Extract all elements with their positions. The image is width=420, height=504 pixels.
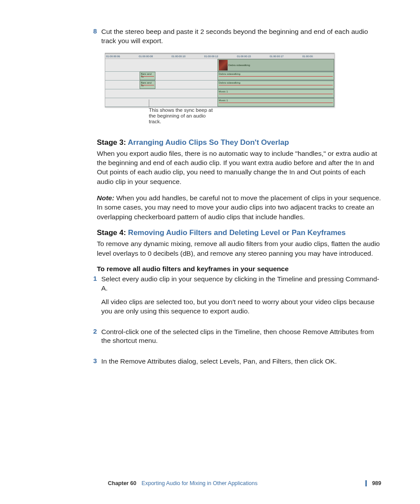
step-number: 8	[85, 27, 101, 46]
audio-track-3: Music 1	[105, 89, 334, 98]
stage-3-body: When you export audio files, there is no…	[97, 149, 381, 187]
step-text: In the Remove Attributes dialog, select …	[101, 357, 337, 366]
procedure-step-2: 2 Control-click one of the selected clip…	[97, 327, 381, 350]
procedure-subhead: To remove all audio filters and keyframe…	[97, 265, 381, 273]
stage-3-note: Note: When you add handles, be careful n…	[97, 193, 381, 221]
timeline-ruler: 01:00:00:06 01:00:00:08 01:00:00:10 01:0…	[105, 53, 334, 59]
music-clip: Music 1	[217, 89, 334, 98]
audio-clip: Debra sidewalking	[217, 72, 334, 80]
stage-4-body: To remove any dynamic mixing, remove all…	[97, 239, 381, 258]
procedure-step-3: 3 In the Remove Attributes dialog, selec…	[97, 357, 381, 371]
callout-text: This shows the sync beep at the beginnin…	[149, 107, 215, 125]
sync-beep-clip: Bars and To	[140, 72, 155, 80]
audio-track-1: Bars and To Debra sidewalking	[105, 72, 334, 81]
music-clip: Music 1	[217, 98, 334, 107]
page-footer: Chapter 60 Exporting Audio for Mixing in…	[0, 480, 420, 486]
audio-track-2: Bars and To Debra sidewalking	[105, 81, 334, 89]
video-thumbnail	[219, 60, 228, 70]
audio-track-4: Music 1	[105, 98, 334, 107]
step-number: 2	[85, 327, 101, 350]
footer-chapter: Chapter 60	[108, 480, 136, 486]
step-8: 8 Cut the stereo beep and paste it 2 sec…	[97, 27, 381, 46]
audio-clip: Debra sidewalking	[217, 81, 334, 89]
procedure-step-1: 1 Select every audio clip in your sequen…	[97, 275, 381, 320]
step-number: 3	[85, 357, 101, 371]
sync-beep-clip: Bars and To	[140, 81, 155, 89]
timeline-figure: 01:00:00:06 01:00:00:08 01:00:00:10 01:0…	[105, 53, 334, 125]
footer-divider	[365, 480, 367, 486]
footer-title: Exporting Audio for Mixing in Other Appl…	[142, 480, 361, 486]
step-text: Select every audio clip in your sequence…	[101, 275, 381, 293]
video-track: Debra sidewalking	[105, 59, 334, 72]
callout-line	[149, 99, 149, 107]
footer-page-number: 989	[372, 480, 381, 486]
stage-3-heading: Stage 3: Arranging Audio Clips So They D…	[97, 138, 381, 147]
step-text: Cut the stereo beep and paste it 2 secon…	[101, 27, 381, 46]
stage-4-heading: Stage 4: Removing Audio Filters and Dele…	[97, 228, 381, 237]
step-text: All video clips are selected too, but yo…	[101, 298, 381, 316]
video-clip: Debra sidewalking	[217, 59, 334, 71]
step-text: Control-click one of the selected clips …	[101, 327, 381, 346]
step-number: 1	[85, 275, 101, 320]
